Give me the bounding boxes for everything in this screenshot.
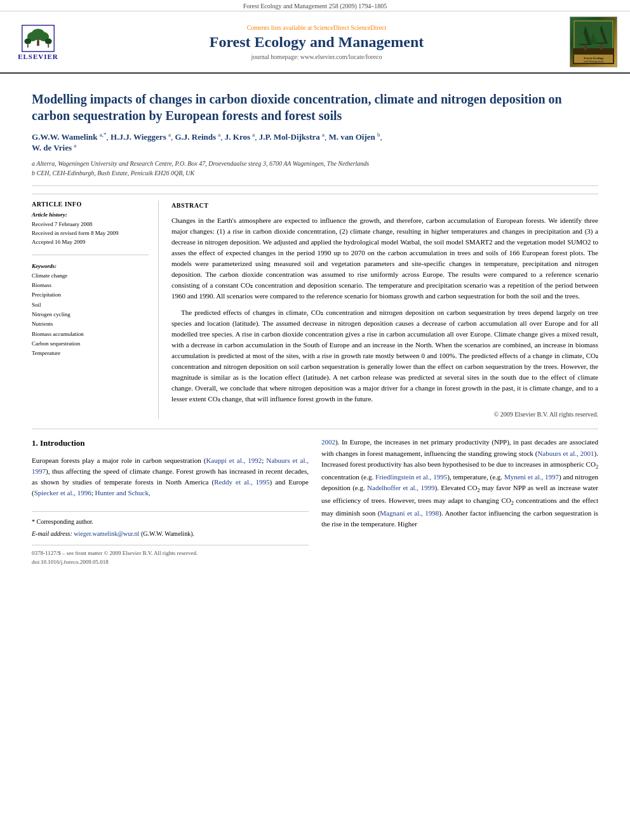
affiliation-b: b CEH, CEH-Edinburgh, Bush Estate, Penic… bbox=[32, 168, 598, 178]
journal-citation-bar: Forest Ecology and Management 258 (2009)… bbox=[0, 0, 630, 11]
intro-right-paragraph: 2002). In Europe, the increases in net p… bbox=[321, 437, 598, 529]
intro-right-text: 2002). In Europe, the increases in net p… bbox=[321, 437, 598, 529]
author-affil-a5: a bbox=[322, 131, 325, 138]
header-body-divider bbox=[32, 185, 598, 186]
author-de-vries: W. de Vries bbox=[32, 143, 72, 153]
email-person: (G.W.W. Wamelink). bbox=[141, 530, 194, 537]
article-title: Modelling impacts of changes in carbon d… bbox=[32, 91, 598, 124]
author-affil-a1: a,* bbox=[100, 131, 107, 138]
body-left-column: 1. Introduction European forests play a … bbox=[32, 437, 309, 566]
keyword-3: Precipitation bbox=[32, 290, 149, 300]
affiliation-a: a Alterra, Wageningen University and Res… bbox=[32, 159, 598, 168]
issn-notice: 0378-1127/$ – see front matter © 2009 El… bbox=[32, 549, 309, 558]
svg-rect-7 bbox=[27, 44, 29, 47]
keyword-1: Climate change bbox=[32, 271, 149, 281]
ref-hunter-schuck[interactable]: Hunter and Schuck, bbox=[95, 489, 151, 497]
elsevier-wordmark: ELSEVIER bbox=[18, 53, 58, 60]
doi-notice: doi:10.1016/j.foreco.2009.05.018 bbox=[32, 558, 309, 567]
author-kros: J. Kros bbox=[225, 132, 250, 142]
footer-section: * Corresponding author. E-mail address: … bbox=[32, 511, 309, 538]
journal-homepage-url: journal homepage: www.elsevier.com/locat… bbox=[76, 53, 557, 60]
abstract-heading: ABSTRACT bbox=[171, 201, 598, 211]
email-label: E-mail address: bbox=[32, 530, 72, 537]
author-affil-a3: a bbox=[218, 131, 220, 138]
keyword-9: Temperature bbox=[32, 349, 149, 358]
ref-2002[interactable]: 2002 bbox=[321, 438, 335, 446]
keywords-label: Keywords: bbox=[32, 263, 149, 269]
svg-text:and Management: and Management bbox=[584, 60, 604, 63]
journal-title: Forest Ecology and Management bbox=[76, 34, 557, 51]
intro-section-number: 1. bbox=[32, 438, 38, 448]
journal-header-center: Contents lists available at ScienceDirec… bbox=[64, 24, 570, 60]
author-wieggers: H.J.J. Wieggers bbox=[111, 132, 166, 142]
abstract-copyright: © 2009 Elsevier B.V. All rights reserved… bbox=[171, 410, 598, 420]
keyword-8: Carbon sequestration bbox=[32, 339, 149, 349]
keyword-7: Biomass accumulation bbox=[32, 330, 149, 339]
author-wamelink: G.W.W. Wamelink bbox=[32, 132, 98, 142]
svg-point-8 bbox=[45, 38, 52, 44]
journal-cover-thumbnail: Forest Ecology and Management bbox=[570, 17, 617, 67]
abstract-body-divider bbox=[32, 429, 598, 429]
abstract-body: Changes in the Earth's atmosphere are ex… bbox=[171, 215, 598, 404]
ref-magnani[interactable]: Magnani et al., 1998 bbox=[380, 509, 439, 517]
ref-nabuurs-2001[interactable]: Nabuurs et al., 2001 bbox=[537, 450, 594, 457]
main-content: Modelling impacts of changes in carbon d… bbox=[0, 74, 630, 580]
author-affil-b: b bbox=[377, 131, 380, 138]
article-history: Article history: Received 7 February 200… bbox=[32, 211, 149, 247]
ref-friedlingstein[interactable]: Friedlingstein et al., 1995 bbox=[375, 473, 447, 481]
ref-nabuurs-1997[interactable]: Nabuurs et al., 1997 bbox=[32, 457, 309, 475]
email-note: E-mail address: wieger.wamelink@wur.nl (… bbox=[32, 529, 309, 538]
keyword-4: Soil bbox=[32, 300, 149, 310]
keyword-2: Biomass bbox=[32, 281, 149, 290]
email-link[interactable]: wieger.wamelink@wur.nl bbox=[74, 530, 139, 537]
journal-citation-text: Forest Ecology and Management 258 (2009)… bbox=[243, 3, 387, 10]
ref-myneni[interactable]: Myneni et al., 1997 bbox=[504, 473, 559, 481]
authors-line: G.W.W. Wamelink a,*, H.J.J. Wieggers a, … bbox=[32, 131, 598, 154]
svg-rect-15 bbox=[584, 45, 587, 50]
sciencedirect-notice: Contents lists available at ScienceDirec… bbox=[76, 24, 557, 31]
history-label: Article history: bbox=[32, 211, 149, 218]
article-info-column: ARTICLE INFO Article history: Received 7… bbox=[32, 201, 159, 420]
elsevier-tree-icon bbox=[19, 24, 57, 53]
svg-point-6 bbox=[24, 38, 31, 44]
svg-rect-18 bbox=[600, 44, 603, 50]
accepted-date: Accepted 16 May 2009 bbox=[32, 237, 149, 246]
intro-left-paragraph: European forests play a major role in ca… bbox=[32, 455, 309, 498]
footer-bottom-bar: 0378-1127/$ – see front matter © 2009 El… bbox=[32, 545, 309, 567]
author-reinds: G.J. Reinds bbox=[175, 132, 216, 142]
body-right-column: 2002). In Europe, the increases in net p… bbox=[321, 437, 598, 566]
sciencedirect-brand[interactable]: ScienceDirect bbox=[351, 24, 386, 31]
abstract-column: ABSTRACT Changes in the Earth's atmosphe… bbox=[171, 201, 598, 420]
author-affil-a6: a bbox=[74, 142, 76, 149]
intro-left-text: European forests play a major role in ca… bbox=[32, 455, 309, 498]
elsevier-logo: ELSEVIER bbox=[13, 24, 64, 60]
keyword-6: Nutrients bbox=[32, 319, 149, 329]
intro-section-title: Introduction bbox=[40, 438, 85, 448]
keyword-5: Nitrogen cycling bbox=[32, 310, 149, 319]
svg-rect-9 bbox=[48, 44, 49, 47]
author-mol-dijkstra: J.P. Mol-Dijkstra bbox=[259, 132, 320, 142]
keywords-section: Keywords: Climate change Biomass Precipi… bbox=[32, 263, 149, 359]
received-date: Received 7 February 2008 bbox=[32, 220, 149, 229]
author-affil-a4: a bbox=[252, 131, 255, 138]
affiliations: a Alterra, Wageningen University and Res… bbox=[32, 159, 598, 178]
article-info-abstract-columns: ARTICLE INFO Article history: Received 7… bbox=[32, 194, 598, 420]
ref-nadelhoffer[interactable]: Nadelhoffer et al., 1999 bbox=[367, 484, 434, 491]
journal-header: ELSEVIER Contents lists available at Sci… bbox=[0, 11, 630, 74]
revised-date: Received in revised form 8 May 2009 bbox=[32, 229, 149, 237]
intro-heading: 1. Introduction bbox=[32, 437, 309, 450]
ref-reddy-1995[interactable]: Reddy et al., 1995 bbox=[214, 478, 269, 486]
svg-rect-5 bbox=[37, 40, 39, 46]
author-van-oijen: M. van Oijen bbox=[329, 132, 375, 142]
corresponding-author-note: * Corresponding author. bbox=[32, 517, 309, 526]
author-affil-a2: a bbox=[168, 131, 171, 138]
abstract-paragraph-1: Changes in the Earth's atmosphere are ex… bbox=[171, 215, 598, 302]
ref-spiecker-1996[interactable]: Spiecker et al., 1996 bbox=[34, 489, 91, 497]
article-info-heading: ARTICLE INFO bbox=[32, 201, 149, 208]
ref-kauppi-1992[interactable]: Kauppi et al., 1992 bbox=[206, 457, 262, 464]
abstract-paragraph-2: The predicted effects of changes in clim… bbox=[171, 307, 598, 404]
info-divider bbox=[32, 255, 149, 255]
body-two-columns: 1. Introduction European forests play a … bbox=[32, 437, 598, 566]
